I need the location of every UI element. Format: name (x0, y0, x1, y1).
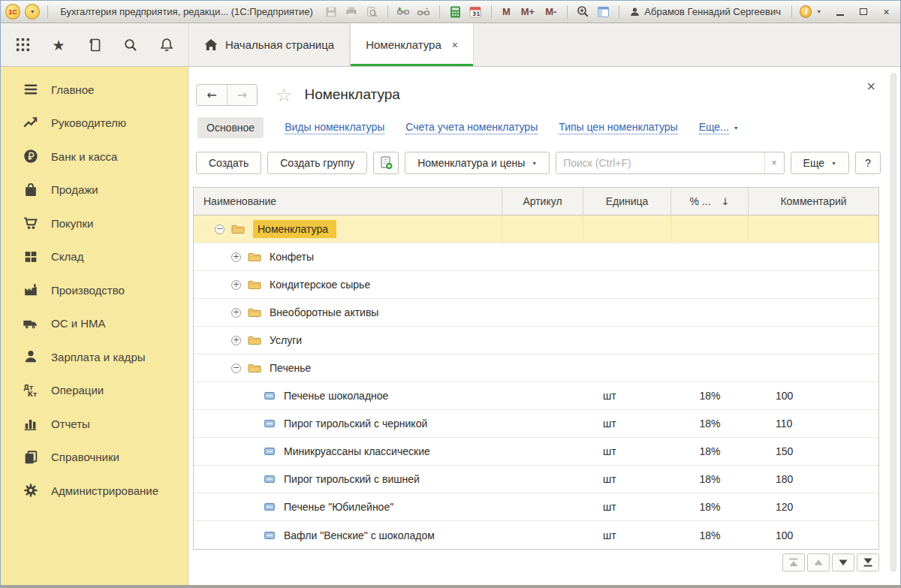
memory-recall-button[interactable]: M (499, 6, 514, 17)
zoom-in-icon[interactable] (575, 5, 591, 20)
current-user[interactable]: Абрамов Геннадий Сергеевич (630, 6, 781, 17)
tab-close-icon[interactable]: × (452, 39, 458, 51)
all-sections-button[interactable] (14, 37, 31, 53)
split-window-icon[interactable] (595, 5, 611, 20)
sidebar-item-operations[interactable]: ДтКтОперации (1, 374, 188, 408)
history-icon[interactable] (86, 37, 103, 53)
favorites-star-icon[interactable]: ★ (50, 37, 67, 53)
clear-search-icon[interactable]: × (764, 152, 784, 173)
create-new-element-button[interactable] (373, 152, 399, 174)
table-row-group[interactable]: −Номенклатура (194, 216, 878, 243)
sidebar-item-reports[interactable]: Отчеты (1, 407, 188, 441)
print-preview-icon[interactable] (364, 5, 380, 20)
folder-icon (248, 335, 261, 345)
table-row-item[interactable]: Пирог тирольский с черникойшт18%110 (194, 410, 878, 438)
expand-icon[interactable]: + (231, 308, 241, 318)
calculator-icon[interactable] (447, 5, 463, 20)
sidebar-item-label: Покупки (51, 217, 93, 230)
unit-cell (583, 354, 671, 381)
print-icon[interactable] (344, 5, 360, 20)
vertical-scrollbar[interactable] (890, 73, 896, 571)
table-row-item[interactable]: Миникруассаны классическиешт18%150 (194, 438, 878, 466)
sidebar-item-salary-hr[interactable]: Зарплата и кадры (1, 340, 188, 374)
scroll-up-button[interactable] (807, 553, 830, 571)
calendar-icon[interactable]: 31 (468, 5, 484, 20)
table-row-item[interactable]: Вафли "Венские" с шоколадомшт18%100 (194, 521, 878, 549)
sidebar-item-manager[interactable]: Руководителю (1, 107, 188, 140)
table-row-item[interactable]: Печенье "Юбилейное"шт18%120 (194, 493, 878, 521)
nav-accounting-accounts[interactable]: Счета учета номенклатуры (405, 121, 538, 134)
column-header[interactable]: Наименование (194, 188, 502, 215)
sidebar-item-warehouse[interactable]: Склад (1, 240, 188, 274)
column-header[interactable]: % ...↓ (671, 188, 749, 215)
column-header[interactable]: Комментарий (749, 188, 878, 215)
scroll-to-bottom-button[interactable] (857, 553, 879, 571)
unit-cell: шт (583, 493, 671, 520)
help-button[interactable]: ? (855, 152, 881, 174)
vat-cell (671, 271, 749, 298)
forward-button[interactable]: → (227, 85, 257, 105)
table-row-item[interactable]: Печенье шоколадноешт18%100 (194, 382, 878, 410)
save-icon[interactable] (324, 5, 339, 20)
expand-icon[interactable]: + (231, 252, 241, 262)
vat-cell: 18% (671, 382, 749, 409)
close-button[interactable]: × (877, 4, 896, 20)
notifications-bell-icon[interactable] (158, 37, 175, 53)
unit-cell (583, 271, 671, 298)
close-form-icon[interactable]: × (866, 79, 876, 93)
maximize-button[interactable] (854, 4, 872, 20)
memory-subtract-button[interactable]: M- (542, 6, 559, 17)
separator (567, 5, 568, 19)
scroll-to-top-button[interactable] (782, 553, 805, 571)
sidebar-item-production[interactable]: Производство (1, 273, 188, 307)
app-window: 1С ▼ Бухгалтерия предприятия, редакци...… (0, 0, 901, 588)
unit-cell (583, 299, 671, 326)
sidebar-item-sales[interactable]: Продажи (1, 173, 188, 207)
go-link-icon[interactable] (416, 5, 432, 20)
back-button[interactable]: ← (197, 85, 227, 105)
collapse-icon[interactable]: − (215, 225, 224, 234)
sidebar-item-directories[interactable]: Справочники (1, 441, 188, 475)
scroll-down-button[interactable] (832, 553, 854, 571)
create-group-button[interactable]: Создать группу (267, 152, 367, 174)
info-button[interactable]: i (800, 5, 812, 18)
folder-icon (248, 307, 261, 318)
search-icon[interactable] (122, 37, 139, 53)
minimize-button[interactable] (830, 4, 849, 20)
table-row-group[interactable]: +Услуги (194, 327, 878, 354)
comment-cell (749, 216, 878, 243)
main-menu-button[interactable]: ▼ (25, 4, 40, 20)
nav-nomenclature-kinds[interactable]: Виды номенклатуры (285, 121, 384, 134)
nav-price-types[interactable]: Типы цен номенклатуры (559, 121, 677, 134)
nav-main[interactable]: Основное (197, 117, 264, 138)
nomenclature-prices-dropdown[interactable]: Номенклатура и цены ▼ (405, 152, 550, 174)
tab-home[interactable]: Начальная страница (188, 23, 350, 66)
sidebar-item-purchases[interactable]: Покупки (1, 207, 188, 240)
add-link-icon[interactable] (396, 5, 411, 20)
memory-add-button[interactable]: M+ (518, 6, 538, 17)
collapse-icon[interactable]: − (231, 363, 241, 373)
tab-nomenclature[interactable]: Номенклатура × (350, 23, 474, 66)
expand-icon[interactable]: + (231, 280, 241, 290)
table-row-group[interactable]: +Кондитерское сырье (194, 271, 878, 299)
table-row-group[interactable]: +Внеоборотные активы (194, 299, 878, 327)
sidebar-item-bank-cash[interactable]: Банк и касса (1, 140, 188, 173)
sidebar-item-fixed-assets[interactable]: ОС и НМА (1, 307, 188, 341)
column-header[interactable]: Артикул (502, 188, 583, 215)
more-actions-dropdown[interactable]: Еще ▼ (791, 152, 849, 174)
add-to-favorites-star-icon[interactable]: ☆ (276, 84, 292, 106)
table-row-item[interactable]: Пирог тирольский с вишнейшт18%180 (194, 466, 878, 493)
comment-cell: 150 (749, 438, 878, 465)
create-button[interactable]: Создать (196, 152, 261, 174)
nav-more[interactable]: Еще... ▼ (699, 121, 739, 134)
column-header[interactable]: Единица (583, 188, 671, 215)
table-row-group[interactable]: +Конфеты (194, 243, 878, 271)
sidebar-item-administration[interactable]: Администрирование (1, 474, 188, 508)
table-row-group[interactable]: −Печенье (194, 354, 878, 382)
expand-icon[interactable]: + (231, 336, 241, 345)
article-cell (502, 410, 583, 437)
row-name: Печенье шоколадное (284, 390, 388, 402)
sidebar-item-main[interactable]: Главное (1, 73, 188, 107)
search-input[interactable] (556, 152, 764, 173)
chevron-down-icon[interactable]: ▼ (816, 9, 821, 14)
